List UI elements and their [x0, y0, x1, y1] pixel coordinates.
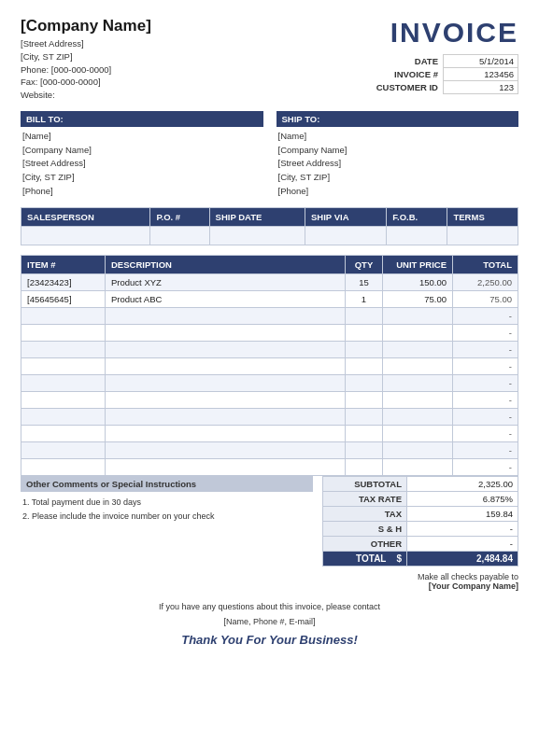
cell-unit	[383, 375, 453, 392]
cell-item	[21, 442, 106, 459]
cell-unit	[383, 342, 453, 358]
cell-desc	[106, 442, 346, 459]
cell-desc	[106, 358, 346, 375]
ship-to-phone: [Phone]	[278, 185, 519, 199]
sales-col-0: SALESPERSON	[21, 208, 150, 227]
cell-item: [23423423]	[21, 274, 106, 291]
cell-qty	[346, 392, 383, 409]
sales-col-5: TERMS	[447, 208, 518, 227]
table-row: -	[21, 442, 518, 459]
subtotal-value: 2,325.00	[407, 477, 518, 492]
cell-total: -	[453, 409, 518, 426]
header: [Company Name] [Street Address] [City, S…	[21, 17, 518, 102]
cell-desc	[106, 375, 346, 392]
comments-header: Other Comments or Special Instructions	[21, 476, 313, 492]
table-row: -	[21, 392, 518, 409]
footer-payable: Make all checks payable to [Your Company…	[21, 572, 518, 591]
cell-unit	[383, 392, 453, 409]
cell-desc	[106, 392, 346, 409]
cell-qty	[346, 358, 383, 375]
sales-val-2	[209, 227, 305, 245]
comment-line1: 1. Total payment due in 30 days	[22, 496, 313, 509]
bill-to-block: BILL TO: [Name] [Company Name] [Street A…	[21, 111, 263, 199]
table-row: -	[21, 325, 518, 342]
invoice-meta-table: DATE 5/1/2014 INVOICE # 123456 CUSTOMER …	[374, 54, 518, 94]
company-name: [Company Name]	[21, 17, 151, 35]
totals-block: SUBTOTAL 2,325.00 TAX RATE 6.875% TAX 15…	[322, 476, 518, 567]
cell-qty	[346, 409, 383, 426]
table-row: -	[21, 426, 518, 442]
phone: Phone: [000-000-0000]	[21, 63, 151, 77]
tax-rate-label: TAX RATE	[323, 492, 407, 507]
sh-label: S & H	[323, 522, 407, 537]
cell-item	[21, 308, 106, 325]
cell-qty	[346, 459, 383, 476]
col-total: TOTAL	[453, 256, 518, 274]
footer-thankyou: Thank You For Your Business!	[21, 633, 518, 647]
cell-item	[21, 392, 106, 409]
other-label: OTHER	[323, 537, 407, 552]
table-row: -	[21, 342, 518, 358]
bill-to-phone: [Phone]	[22, 185, 263, 199]
invoice-right: INVOICE DATE 5/1/2014 INVOICE # 123456 C…	[374, 17, 518, 94]
invoice-num-label: INVOICE #	[374, 68, 444, 81]
cell-total: 2,250.00	[453, 274, 518, 291]
table-row: -	[21, 358, 518, 375]
customer-id-value: 123	[444, 81, 518, 94]
cell-desc	[106, 459, 346, 476]
cell-item: [45645645]	[21, 291, 106, 308]
street-address: [Street Address]	[21, 37, 151, 50]
cell-unit	[383, 308, 453, 325]
tax-rate-value: 6.875%	[407, 492, 518, 507]
cell-desc	[106, 342, 346, 358]
total-value: 2,484.84	[407, 552, 518, 567]
cell-desc	[106, 308, 346, 325]
items-table: ITEM # DESCRIPTION QTY UNIT PRICE TOTAL …	[21, 255, 518, 476]
bill-to-content: [Name] [Company Name] [Street Address] […	[21, 130, 263, 199]
cell-desc	[106, 325, 346, 342]
totals-table: SUBTOTAL 2,325.00 TAX RATE 6.875% TAX 15…	[322, 476, 518, 567]
ship-to-cityzip: [City, ST ZIP]	[278, 171, 519, 185]
cell-qty	[346, 442, 383, 459]
cell-item	[21, 375, 106, 392]
website: Website:	[21, 89, 151, 102]
col-item: ITEM #	[21, 256, 106, 274]
sales-val-0	[21, 227, 150, 245]
bill-to-company: [Company Name]	[22, 144, 263, 158]
bill-to-cityzip: [City, ST ZIP]	[22, 171, 263, 185]
col-desc: DESCRIPTION	[106, 256, 346, 274]
cell-qty: 15	[346, 274, 383, 291]
cell-total: 75.00	[453, 291, 518, 308]
cell-unit: 75.00	[383, 291, 453, 308]
date-value: 5/1/2014	[444, 55, 518, 68]
sales-val-5	[447, 227, 518, 245]
cell-qty	[346, 342, 383, 358]
ship-to-company: [Company Name]	[278, 144, 519, 158]
cell-total: -	[453, 308, 518, 325]
payable-line: Make all checks payable to	[418, 572, 518, 581]
invoice-title: INVOICE	[374, 17, 518, 49]
footer-contact: If you have any questions about this inv…	[21, 600, 518, 629]
cell-unit	[383, 426, 453, 442]
cell-total: -	[453, 426, 518, 442]
cell-desc	[106, 426, 346, 442]
bill-ship-section: BILL TO: [Name] [Company Name] [Street A…	[21, 111, 518, 199]
cell-item	[21, 342, 106, 358]
contact-line2: [Name, Phone #, E-mail]	[21, 615, 518, 629]
cell-unit	[383, 442, 453, 459]
total-label: TOTAL $	[323, 552, 407, 567]
cell-total: -	[453, 325, 518, 342]
comment-line2: 2. Please include the invoice number on …	[22, 510, 313, 523]
bottom-section: Other Comments or Special Instructions 1…	[21, 476, 518, 567]
sales-col-2: SHIP DATE	[209, 208, 305, 227]
table-row: -	[21, 409, 518, 426]
table-row: -	[21, 308, 518, 325]
sales-col-4: F.O.B.	[387, 208, 447, 227]
contact-line1: If you have any questions about this inv…	[21, 600, 518, 614]
cell-item	[21, 325, 106, 342]
invoice-num-value: 123456	[444, 68, 518, 81]
bill-to-street: [Street Address]	[22, 157, 263, 171]
cell-desc	[106, 409, 346, 426]
sales-val-4	[387, 227, 447, 245]
ship-to-content: [Name] [Company Name] [Street Address] […	[277, 130, 519, 199]
